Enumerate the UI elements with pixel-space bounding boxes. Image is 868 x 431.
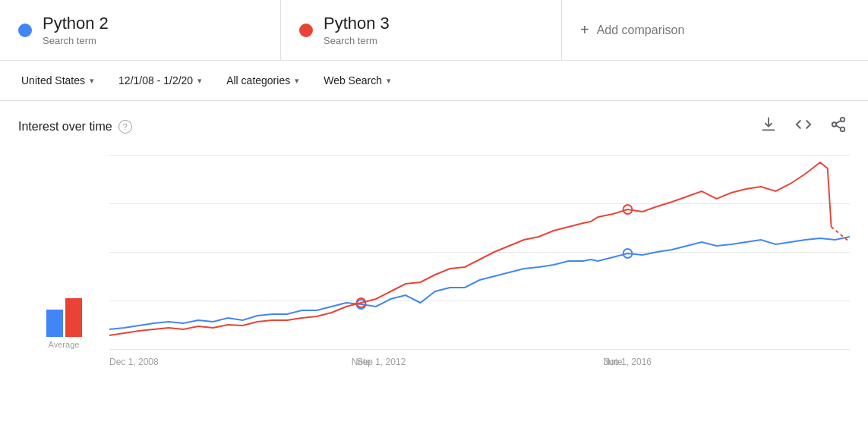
search-type-arrow: ▾ xyxy=(387,76,391,86)
help-question-mark: ? xyxy=(123,122,128,131)
category-filter[interactable]: All categories ▾ xyxy=(217,70,308,91)
help-icon[interactable]: ? xyxy=(118,120,132,134)
python3-line xyxy=(109,162,832,335)
average-bar-chart xyxy=(46,291,82,337)
search-type-filter[interactable]: Web Search ▾ xyxy=(314,70,400,91)
location-label: United States xyxy=(21,74,85,87)
chart-title: Interest over time xyxy=(18,120,112,134)
location-arrow: ▾ xyxy=(90,76,94,86)
python2-name: Python 2 xyxy=(43,14,109,33)
python2-line xyxy=(109,237,850,329)
average-label: Average xyxy=(49,340,80,349)
category-label: All categories xyxy=(226,74,290,87)
plus-icon: + xyxy=(580,21,589,39)
date-range-label: 12/1/08 - 1/2/20 xyxy=(118,74,193,87)
search-item-python2: Python 2 Search term xyxy=(0,0,281,60)
add-comparison-button[interactable]: + Add comparison xyxy=(562,0,868,60)
note-label-2: Note xyxy=(603,357,622,367)
x-axis: Dec 1, 2008 Note Sep 1, 2012 Jun 1, 2016… xyxy=(109,349,850,367)
python2-avg-bar xyxy=(46,310,63,337)
svg-point-0 xyxy=(841,118,845,122)
add-comparison-label: Add comparison xyxy=(597,24,685,37)
chart-title-row: Interest over time ? xyxy=(18,120,132,134)
chart-header: Interest over time ? xyxy=(18,113,850,140)
python3-type: Search term xyxy=(324,35,390,46)
date-range-filter[interactable]: 12/1/08 - 1/2/20 ▾ xyxy=(109,70,211,91)
main-chart-body: 100 75 50 25 xyxy=(109,155,850,367)
svg-line-3 xyxy=(836,125,841,128)
chart-section: Interest over time ? xyxy=(0,101,868,379)
chart-actions xyxy=(757,113,850,140)
chart-area: Average 100 75 50 25 xyxy=(18,155,850,367)
location-filter[interactable]: United States ▾ xyxy=(12,70,103,91)
python3-info: Python 3 Search term xyxy=(324,14,390,46)
python2-info: Python 2 Search term xyxy=(43,14,109,46)
chart-inner: Average 100 75 50 25 xyxy=(18,155,850,367)
search-type-label: Web Search xyxy=(324,74,382,87)
svg-point-2 xyxy=(841,127,845,132)
date-range-arrow: ▾ xyxy=(197,76,202,86)
embed-button[interactable] xyxy=(792,113,815,140)
filters-bar: United States ▾ 12/1/08 - 1/2/20 ▾ All c… xyxy=(0,61,868,101)
python2-dot xyxy=(18,24,32,37)
python2-type: Search term xyxy=(43,35,109,46)
svg-line-4 xyxy=(836,121,841,124)
top-bar: Python 2 Search term Python 3 Search ter… xyxy=(0,0,868,61)
python3-dot xyxy=(299,24,313,37)
note-label-1: Note xyxy=(352,357,371,367)
svg-point-1 xyxy=(832,122,837,127)
chart-svg xyxy=(109,155,850,349)
python3-name: Python 3 xyxy=(324,14,390,33)
x-label-2008: Dec 1, 2008 xyxy=(109,357,159,367)
share-button[interactable] xyxy=(827,113,850,140)
category-arrow: ▾ xyxy=(295,76,299,86)
python3-avg-bar xyxy=(65,298,82,337)
search-item-python3: Python 3 Search term xyxy=(281,0,562,60)
download-button[interactable] xyxy=(757,113,780,140)
